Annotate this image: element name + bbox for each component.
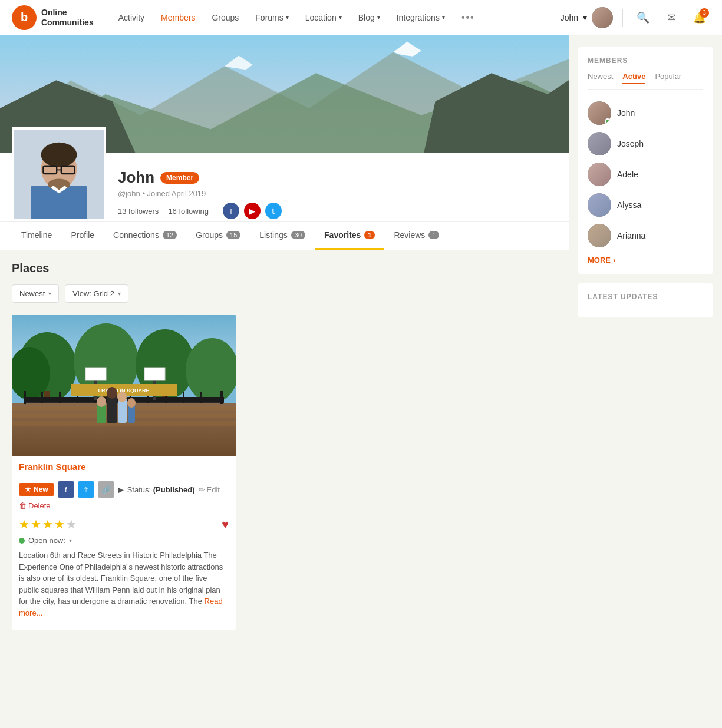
nav-location[interactable]: Location▾ [298,8,349,27]
svg-rect-47 [85,368,106,380]
brand-logo[interactable]: b Online Communities [12,5,94,30]
member-name-arianna: Arianna [617,231,645,240]
nav-more[interactable]: ••• [454,8,482,28]
divider [622,9,623,27]
profile-separator: • [142,189,147,198]
svg-rect-42 [183,392,184,403]
profile-meta: @john • Joined April 2019 [118,189,557,198]
open-caret[interactable]: ▾ [69,537,72,544]
copy-link-button[interactable]: 🔗 [98,481,114,498]
status-value: (Published) [153,485,195,494]
listing-actions: ★ New f 𝕥 🔗 ▶ Status: (Published) ✏ [19,476,229,515]
profile-name: John [118,168,154,187]
nav-integrations[interactable]: Integrations▾ [390,8,452,27]
tab-favorites[interactable]: Favorites 1 [315,222,384,250]
tab-reviews[interactable]: Reviews 1 [384,222,449,250]
integrations-caret: ▾ [442,14,445,21]
sort-select[interactable]: Newest ▾ [12,284,59,303]
nav-activity[interactable]: Activity [111,8,151,27]
nav-forums[interactable]: Forums▾ [248,8,295,27]
nav-groups[interactable]: Groups [205,8,246,27]
listing-image: FRANKLIN SQUARE [12,315,236,456]
svg-rect-33 [24,391,26,404]
tab-listings[interactable]: Listings 30 [250,222,315,250]
member-item-arianna[interactable]: Arianna [588,220,703,251]
favorite-heart[interactable]: ♥ [222,518,229,531]
twitter-link[interactable]: 𝕥 [265,203,282,219]
followers-count[interactable]: 13 followers [118,207,159,216]
youtube-link[interactable]: ▶ [244,203,261,219]
member-item-john[interactable]: John [588,98,703,128]
tab-connections[interactable]: Connections 12 [104,222,186,250]
member-item-adele[interactable]: Adele [588,159,703,190]
member-avatar-arianna [588,224,611,247]
more-members-link[interactable]: MORE › [588,256,703,264]
member-avatar-adele [588,163,611,186]
nav-members[interactable]: Members [154,8,202,27]
profile-photo [14,127,104,221]
rating-stars: ★ ★ ★ ★ ★ [19,517,77,531]
tab-profile[interactable]: Profile [61,222,104,250]
view-caret: ▾ [118,290,121,297]
franklin-square-image: FRANKLIN SQUARE [12,315,236,456]
notification-count: 3 [700,8,709,18]
user-menu[interactable]: John ▾ [561,7,613,28]
svg-point-52 [97,396,106,407]
profile-info: John Member @john • Joined April 2019 13… [118,163,557,219]
nav-blog[interactable]: Blog▾ [351,8,387,27]
share-twitter-button[interactable]: 𝕥 [78,481,94,498]
profile-tabs: Timeline Profile Connections 12 Groups 1… [0,221,569,250]
logo-icon: b [12,5,37,30]
listing-title[interactable]: Franklin Square [19,456,229,476]
profile-stats: 13 followers 16 following f ▶ 𝕥 [118,203,557,219]
svg-point-11 [41,143,77,167]
open-label: Open now: [28,536,65,545]
navbar-right: John ▾ 🔍 ✉ 🔔 3 [561,7,710,28]
listing-description: Location 6th and Race Streets in Histori… [19,550,229,623]
messages-button[interactable]: ✉ [661,7,682,28]
latest-updates-section: LATEST UPDATES [578,283,713,317]
member-avatar-john [588,101,611,125]
more-chevron-icon: › [613,256,615,264]
main-content: Places Newest ▾ View: Grid 2 ▾ [0,250,569,651]
members-tab-popular[interactable]: Popular [655,72,681,84]
main-layout: John Member @john • Joined April 2019 13… [0,35,722,651]
open-status: Open now: ▾ [19,534,229,550]
user-name-label: John [561,13,578,22]
brand-name: Online Communities [41,8,94,28]
connections-badge: 12 [163,231,177,239]
member-badge: Member [160,172,199,184]
members-tab-active[interactable]: Active [622,72,645,84]
view-select[interactable]: View: Grid 2 ▾ [65,284,128,303]
svg-rect-44 [220,391,223,404]
status-text: Status: (Published) [127,485,195,494]
profile-avatar [12,127,106,221]
profile-handle: @john [118,189,140,198]
member-item-joseph[interactable]: Joseph [588,128,703,159]
forums-caret: ▾ [286,14,289,21]
share-facebook-button[interactable]: f [58,481,74,498]
tab-groups[interactable]: Groups 15 [186,222,250,250]
groups-badge: 15 [226,231,240,239]
following-count[interactable]: 16 following [168,207,209,216]
edit-button[interactable]: ✏ Edit [199,485,220,494]
tab-timeline[interactable]: Timeline [12,222,61,250]
delete-button[interactable]: 🗑 Delete [19,501,51,510]
latest-updates-title: LATEST UPDATES [588,293,703,301]
notifications-button[interactable]: 🔔 3 [689,7,710,28]
reviews-badge: 1 [428,231,439,239]
search-button[interactable]: 🔍 [632,7,654,28]
member-name-john: John [617,108,635,118]
member-name-alyssa: Alyssa [617,200,641,210]
profile-joined: Joined April 2019 [147,189,206,198]
members-section: MEMBERS Newest Active Popular John Josep [578,47,713,274]
star-5: ★ [66,517,77,531]
svg-point-58 [127,398,136,408]
listings-badge: 30 [291,231,305,239]
members-tab-newest[interactable]: Newest [588,72,613,84]
open-indicator [19,538,25,544]
member-item-alyssa[interactable]: Alyssa [588,190,703,220]
content-area: John Member @john • Joined April 2019 13… [0,35,569,651]
navbar: b Online Communities Activity Members Gr… [0,0,722,35]
facebook-link[interactable]: f [223,203,239,219]
